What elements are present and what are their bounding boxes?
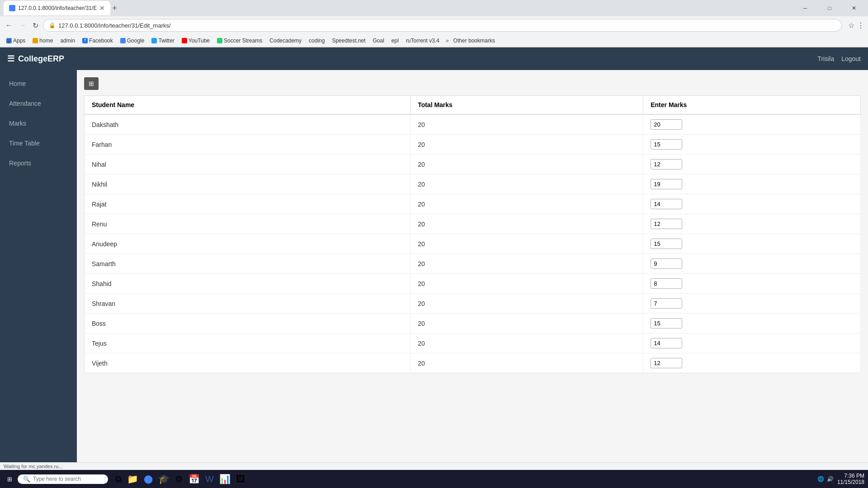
marks-input[interactable] [651,139,682,150]
sidebar-item-marks[interactable]: Marks [0,113,77,133]
enter-marks-cell [643,274,861,294]
bookmark-epl[interactable]: epl [389,37,401,45]
bookmarks-bar: ⊞ Apps home admin f Facebook Google Twit… [0,34,868,47]
col-header-total: Total Marks [410,96,643,115]
logout-link[interactable]: Logout [841,55,861,62]
forward-button[interactable]: → [17,19,28,31]
bookmark-google[interactable]: Google [118,37,147,45]
marks-input[interactable] [651,119,682,130]
table-row: Shahid20 [85,274,861,294]
marks-input[interactable] [651,318,682,328]
enter-marks-cell [643,155,861,174]
table-row: Anudeep20 [85,234,861,254]
total-marks-cell: 20 [410,194,643,214]
browser-chrome: 127.0.0.1:8000/info/teacher/31/E ✕ + ─ □… [0,0,868,47]
bookmark-home[interactable]: home [30,37,56,45]
bookmark-youtube-label: YouTube [189,38,210,44]
taskbar-clock: 7:36 PM 11/15/2018 [837,473,864,485]
maximize-button[interactable]: □ [819,1,840,15]
bookmark-goal[interactable]: Goal [370,37,387,45]
marks-input[interactable] [651,298,682,309]
star-icon[interactable]: ☆ [848,21,854,30]
sidebar-item-reports[interactable]: Reports [0,153,77,173]
marks-input[interactable] [651,159,682,169]
bookmark-youtube[interactable]: YouTube [179,37,212,45]
volume-icon: 🔊 [827,476,834,482]
google-favicon [120,38,126,43]
chrome-button[interactable]: ⬤ [142,472,155,486]
enter-marks-cell [643,174,861,194]
bookmarks-more-button[interactable]: » [446,38,449,44]
back-button[interactable]: ← [4,19,14,31]
bookmark-epl-label: epl [392,38,399,44]
sidebar-item-timetable[interactable]: Time Table [0,133,77,153]
table-row: Dakshath20 [85,114,861,135]
lock-icon: 🔒 [49,22,56,28]
hat-button[interactable]: 🎓 [156,472,171,486]
sidebar-item-home[interactable]: Home [0,74,77,94]
bookmark-google-label: Google [127,38,145,44]
bookmark-apps[interactable]: ⊞ Apps [4,37,28,45]
start-button[interactable]: ⊞ [4,474,16,484]
photos-button[interactable]: 🖼 [234,472,247,486]
tab-title: 127.0.0.1:8000/info/teacher/31/E [18,5,97,11]
total-marks-cell: 20 [410,274,643,294]
marks-input[interactable] [651,179,682,189]
close-button[interactable]: ✕ [844,1,864,15]
new-tab-button[interactable]: + [112,4,117,13]
bookmark-other[interactable]: Other bookmarks [451,37,498,45]
settings-button[interactable]: ⚙ [173,472,185,486]
youtube-favicon [182,38,187,43]
marks-input[interactable] [651,199,682,209]
table-view-button[interactable]: ⊞ [84,77,99,90]
table-row: Shravan20 [85,294,861,314]
bookmark-facebook[interactable]: f Facebook [80,37,116,45]
bookmark-coding[interactable]: coding [306,37,327,45]
total-marks-cell: 20 [410,155,643,174]
bookmark-codecademy[interactable]: Codecademy [267,37,304,45]
marks-input[interactable] [651,258,682,269]
active-tab[interactable]: 127.0.0.1:8000/info/teacher/31/E ✕ [4,1,110,15]
student-name-cell: Rajat [85,194,410,214]
tab-close-button[interactable]: ✕ [99,5,105,12]
enter-marks-cell [643,194,861,214]
apps-favicon: ⊞ [6,38,12,43]
bookmark-soccer-label: Soccer Streams [224,38,262,44]
taskbar-search[interactable]: 🔍 [18,474,108,484]
bookmark-rutorrent-label: ruTorrent v3.4 [406,38,439,44]
sidebar-item-attendance[interactable]: Attendance [0,94,77,113]
word-button[interactable]: W [203,472,216,486]
marks-input[interactable] [651,239,682,249]
table-row: Farhan20 [85,135,861,155]
total-marks-cell: 20 [410,234,643,254]
bookmark-twitter[interactable]: Twitter [149,37,177,45]
address-input[interactable]: 🔒 127.0.0.1:8000/info/teacher/31/Edit_ma… [43,19,842,32]
enter-marks-cell [643,353,861,373]
tab-favicon [9,5,15,11]
table-row: Nikhil20 [85,174,861,194]
task-view-button[interactable]: ⧉ [113,472,123,486]
taskbar-search-input[interactable] [33,476,101,482]
twitter-favicon [151,38,157,43]
file-explorer-button[interactable]: 📁 [125,472,140,486]
marks-input[interactable] [651,358,682,368]
app8-button[interactable]: 📊 [217,472,232,486]
marks-input[interactable] [651,219,682,229]
hamburger-menu[interactable]: ☰ [7,54,14,64]
bookmark-rutorrent[interactable]: ruTorrent v3.4 [403,37,442,45]
total-marks-cell: 20 [410,114,643,135]
minimize-button[interactable]: ─ [795,1,816,15]
bookmark-admin[interactable]: admin [57,37,78,45]
bookmark-coding-label: coding [309,38,325,44]
status-bar: Waiting for mc.yandex.ru... [0,462,868,470]
reload-button[interactable]: ↻ [31,19,40,32]
marks-input[interactable] [651,278,682,289]
brand-name: CollegeERP [18,54,64,64]
table-icon: ⊞ [89,80,94,87]
marks-input[interactable] [651,338,682,348]
bookmark-soccer[interactable]: Soccer Streams [214,37,265,45]
calendar-button[interactable]: 📅 [187,472,202,486]
menu-icon[interactable]: ⋮ [857,21,864,30]
bookmark-speedtest[interactable]: Speedtest.net [329,37,368,45]
table-row: Tejus20 [85,333,861,353]
